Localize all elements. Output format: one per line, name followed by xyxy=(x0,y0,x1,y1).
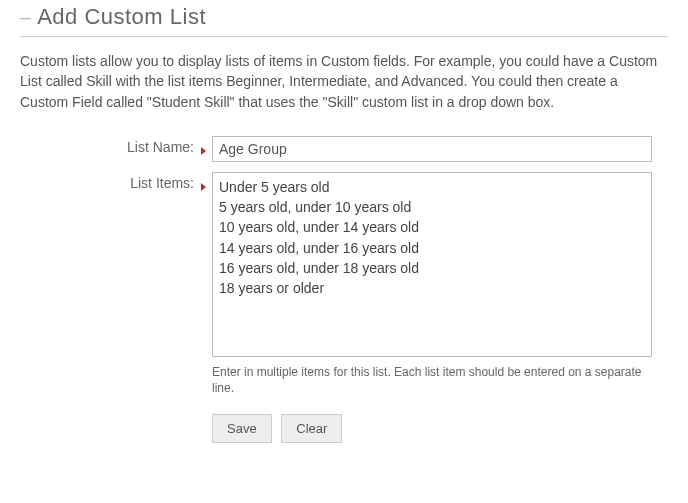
clear-button[interactable]: Clear xyxy=(281,414,342,443)
list-items-hint: Enter in multiple items for this list. E… xyxy=(212,364,652,396)
row-list-name: List Name: xyxy=(20,136,668,162)
required-icon xyxy=(201,147,206,155)
page-title: Add Custom List xyxy=(37,4,206,30)
list-name-input[interactable] xyxy=(212,136,652,162)
list-name-label: List Name: xyxy=(20,136,200,155)
intro-text: Custom lists allow you to display lists … xyxy=(20,51,668,112)
page-header: – Add Custom List xyxy=(20,0,668,37)
collapse-icon: – xyxy=(20,6,31,29)
save-button[interactable]: Save xyxy=(212,414,272,443)
list-items-textarea[interactable] xyxy=(212,172,652,357)
required-icon xyxy=(201,183,206,191)
row-list-items: List Items: Enter in multiple items for … xyxy=(20,172,668,396)
button-row: Save Clear xyxy=(20,414,668,443)
list-items-label: List Items: xyxy=(20,172,200,191)
